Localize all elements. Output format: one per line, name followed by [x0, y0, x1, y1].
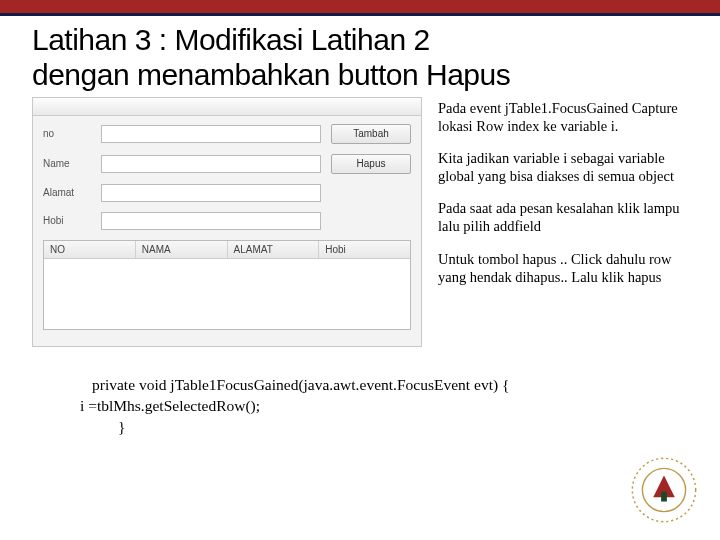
code-line-1: private void jTable1FocusGained(java.awt… — [92, 375, 688, 396]
th-nama: NAMA — [136, 241, 228, 258]
content-row: no Tambah Name Hapus Alamat Hobi — [32, 97, 688, 347]
label-name: Name — [43, 158, 91, 169]
tambah-button[interactable]: Tambah — [331, 124, 411, 144]
form-area: no Tambah Name Hapus Alamat Hobi — [33, 116, 421, 230]
label-hobi: Hobi — [43, 215, 91, 226]
row-hobi: Hobi — [43, 212, 411, 230]
table-body[interactable] — [44, 259, 410, 329]
title-line-2: dengan menambahkan button Hapus — [32, 58, 510, 91]
explain-p3: Pada saat ada pesan kesalahan klik lampu… — [438, 199, 688, 235]
slide-content: Latihan 3 : Modifikasi Latihan 2 dengan … — [0, 16, 720, 438]
title-line-1: Latihan 3 : Modifikasi Latihan 2 — [32, 23, 430, 56]
explain-p1: Pada event jTable1.FocusGained Capture l… — [438, 99, 688, 135]
input-alamat[interactable] — [101, 184, 321, 202]
svg-rect-2 — [661, 491, 667, 501]
data-table[interactable]: NO NAMA ALAMAT Hobi — [43, 240, 411, 330]
explain-p4: Untuk tombol hapus .. Click dahulu row y… — [438, 250, 688, 286]
th-alamat: ALAMAT — [228, 241, 320, 258]
code-line-3: } — [118, 417, 688, 438]
table-header: NO NAMA ALAMAT Hobi — [44, 241, 410, 259]
code-line-2: i =tblMhs.getSelectedRow(); — [80, 396, 688, 417]
th-hobi: Hobi — [319, 241, 410, 258]
row-alamat: Alamat — [43, 184, 411, 202]
row-name: Name Hapus — [43, 154, 411, 174]
page-title: Latihan 3 : Modifikasi Latihan 2 dengan … — [32, 22, 688, 93]
label-no: no — [43, 128, 91, 139]
input-hobi[interactable] — [101, 212, 321, 230]
app-titlebar — [33, 98, 421, 116]
explain-p2: Kita jadikan variable i sebagai variable… — [438, 149, 688, 185]
explanation: Pada event jTable1.FocusGained Capture l… — [438, 97, 688, 347]
input-name[interactable] — [101, 155, 321, 173]
app-window: no Tambah Name Hapus Alamat Hobi — [32, 97, 422, 347]
row-no: no Tambah — [43, 124, 411, 144]
code-snippet: private void jTable1FocusGained(java.awt… — [78, 375, 688, 438]
input-no[interactable] — [101, 125, 321, 143]
hapus-button[interactable]: Hapus — [331, 154, 411, 174]
university-logo — [628, 454, 700, 526]
label-alamat: Alamat — [43, 187, 91, 198]
th-no: NO — [44, 241, 136, 258]
slide-accent-bar — [0, 0, 720, 16]
